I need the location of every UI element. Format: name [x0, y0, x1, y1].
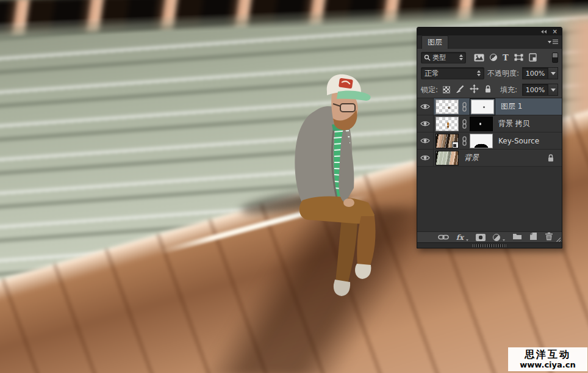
- select-arrows-icon: [477, 70, 481, 76]
- tab-layers[interactable]: 图层: [421, 35, 448, 49]
- adjustment-layer-icon[interactable]: [493, 234, 500, 241]
- shape-filter-icon[interactable]: [514, 54, 523, 61]
- adjustment-filter-icon[interactable]: [490, 54, 497, 61]
- opacity-value[interactable]: 100%: [522, 67, 548, 79]
- layer-mask-thumbnail[interactable]: [470, 134, 493, 148]
- layer-row-key-source[interactable]: Key-Source: [417, 132, 562, 150]
- collapse-icon[interactable]: [541, 30, 547, 34]
- fill-field: 100%: [522, 84, 558, 96]
- filter-toggle[interactable]: [552, 53, 558, 63]
- padlock-glyph: [547, 154, 554, 162]
- link-layers-icon[interactable]: [438, 233, 449, 242]
- locked-layer-icon: [547, 154, 554, 162]
- layer-list: 图层 1: [417, 98, 562, 233]
- opacity-label: 不透明度:: [487, 68, 519, 79]
- dropdown-arrow-icon: [551, 72, 556, 75]
- pixel-filter-glyph: [474, 54, 484, 62]
- opacity-dropdown-button[interactable]: [548, 67, 558, 79]
- smart-object-badge: [452, 142, 459, 148]
- visibility-toggle[interactable]: [417, 150, 434, 166]
- link-mask-icon: [461, 102, 467, 112]
- watermark-url: www.ciya.cn: [520, 360, 575, 369]
- eye-icon: [420, 137, 430, 144]
- pixel-filter-icon[interactable]: [474, 54, 484, 62]
- filter-type-label: 类型: [432, 53, 457, 62]
- lock-transparency-icon[interactable]: [443, 86, 450, 93]
- layer-row-layer1[interactable]: 图层 1: [417, 98, 562, 115]
- visibility-toggle[interactable]: [417, 115, 434, 132]
- layer-name[interactable]: 背景: [464, 153, 479, 163]
- mask-mark: [483, 106, 485, 108]
- folder-glyph: [512, 233, 522, 240]
- search-icon: [424, 54, 431, 61]
- new-layer-icon[interactable]: [529, 232, 537, 242]
- layer-mask-thumbnail[interactable]: [470, 117, 493, 131]
- fill-value[interactable]: 100%: [522, 84, 548, 96]
- lock-row: 锁定:: [417, 82, 562, 98]
- panel-tab-bar: 图层: [417, 35, 562, 49]
- adjustment-dropdown-arrow-icon: [503, 239, 505, 241]
- padlock-glyph: [484, 85, 492, 93]
- layer-thumbnail[interactable]: [436, 117, 459, 131]
- lock-position-icon[interactable]: [470, 84, 479, 95]
- layer-row-background[interactable]: 背景: [417, 150, 562, 167]
- watermark: 思洋互动 www.ciya.cn: [508, 347, 587, 371]
- thumb-figure-mark: [448, 106, 450, 109]
- chain-glyph: [438, 234, 449, 240]
- lock-pixels-icon[interactable]: [456, 85, 464, 95]
- fx-dropdown-arrow-icon: [466, 239, 468, 241]
- link-mask-icon: [461, 119, 467, 129]
- panel-drag-handle[interactable]: [473, 244, 507, 247]
- sitting-man-figure: [276, 71, 398, 315]
- screenshot: 思洋互动 www.ciya.cn × 图层 类型: [0, 0, 588, 373]
- menu-bars-icon: [553, 40, 558, 44]
- layer-name[interactable]: 图层 1: [501, 101, 522, 112]
- layer-name[interactable]: Key-Source: [498, 137, 539, 145]
- blend-mode-value: 正常: [425, 68, 477, 79]
- mask-mark: [470, 139, 492, 148]
- new-group-icon[interactable]: [512, 233, 522, 242]
- layer-thumbnail[interactable]: [436, 100, 459, 114]
- filter-buttons: T: [474, 53, 537, 62]
- mask-mark: [479, 123, 481, 125]
- layers-panel: × 图层 类型: [417, 27, 562, 248]
- layer-style-icon[interactable]: fx: [456, 233, 464, 242]
- smart-object-filter-icon[interactable]: [529, 53, 537, 62]
- watermark-brand: 思洋互动: [525, 349, 571, 360]
- layer-row-background-copy[interactable]: 背景 拷贝: [417, 115, 562, 132]
- lock-label: 锁定:: [421, 85, 438, 95]
- visibility-toggle[interactable]: [417, 98, 434, 115]
- visibility-toggle[interactable]: [417, 132, 434, 149]
- eye-icon: [420, 120, 430, 127]
- layer-thumbnail[interactable]: [436, 134, 459, 148]
- panel-titlebar[interactable]: ×: [417, 27, 562, 35]
- smart-object-filter-glyph: [529, 53, 537, 62]
- close-icon[interactable]: ×: [553, 29, 558, 35]
- filter-row: 类型 T: [417, 49, 562, 65]
- fill-label: 填充:: [500, 85, 517, 95]
- brush-glyph: [456, 85, 464, 93]
- panel-bottom-bar: [417, 242, 562, 248]
- layer-mask-thumbnail[interactable]: [471, 100, 494, 114]
- panel-resize-grip[interactable]: [554, 236, 561, 242]
- layer-thumbnail[interactable]: [436, 151, 459, 165]
- dropdown-arrow-icon: [551, 89, 556, 92]
- panel-footer: fx: [417, 231, 562, 242]
- delete-layer-icon[interactable]: [545, 232, 553, 242]
- panel-menu-icon[interactable]: [548, 40, 558, 44]
- add-mask-icon[interactable]: [476, 234, 486, 241]
- lock-all-icon[interactable]: [484, 85, 492, 95]
- trash-glyph: [545, 232, 553, 241]
- type-filter-icon[interactable]: T: [503, 53, 509, 62]
- shape-filter-glyph: [514, 54, 523, 61]
- link-mask-icon: [461, 136, 467, 146]
- layer-name[interactable]: 背景 拷贝: [498, 118, 530, 129]
- opacity-field: 100%: [522, 67, 558, 79]
- blend-mode-select[interactable]: 正常: [421, 67, 484, 79]
- menu-triangle-icon: [548, 41, 551, 43]
- filter-type-select[interactable]: 类型: [421, 52, 466, 63]
- layer-list-empty-area[interactable]: [417, 167, 562, 233]
- thumb-figure-mark: [446, 122, 450, 128]
- fill-dropdown-button[interactable]: [548, 84, 558, 96]
- select-arrows-icon: [459, 54, 463, 60]
